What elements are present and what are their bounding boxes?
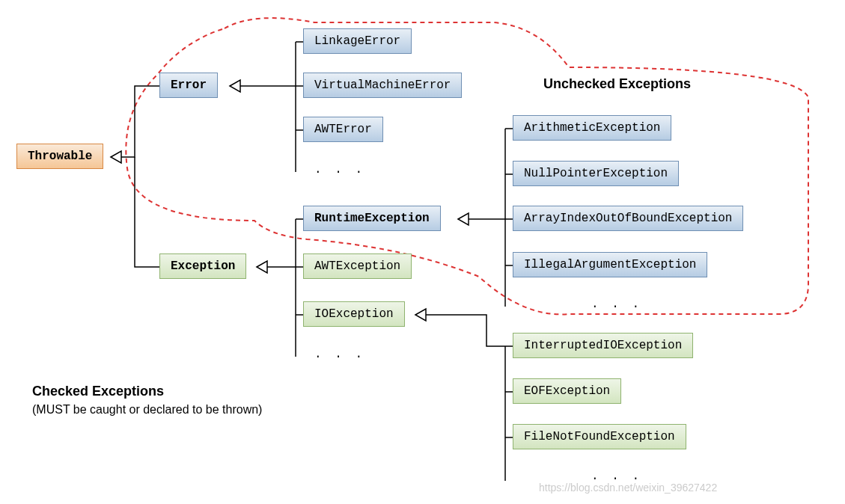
error-node: Error xyxy=(159,73,218,98)
arrow-io xyxy=(415,309,426,321)
exception-node: Exception xyxy=(159,253,246,279)
awt-error: AWTError xyxy=(303,117,383,142)
awt-exception: AWTException xyxy=(303,253,412,279)
error-ellipsis: . . . xyxy=(314,163,365,176)
io-exception: IOException xyxy=(303,301,405,327)
illegalarg-exception: IllegalArgumentException xyxy=(513,252,707,277)
runtime-exception: RuntimeException xyxy=(303,206,441,231)
checked-subtitle: (MUST be caught or declared to be thrown… xyxy=(32,403,262,417)
checked-title: Checked Exceptions xyxy=(32,384,164,399)
arrow-throwable xyxy=(111,151,121,163)
interrupted-io: InterruptedIOException xyxy=(513,333,693,358)
arrow-exception xyxy=(257,261,267,273)
arrayindex-exception: ArrayIndexOutOfBoundException xyxy=(513,206,743,231)
arrow-runtime xyxy=(458,213,469,225)
unchecked-label: Unchecked Exceptions xyxy=(543,76,691,92)
filenotfound-exception: FileNotFoundException xyxy=(513,424,686,449)
watermark: https://blog.csdn.net/weixin_39627422 xyxy=(539,482,717,494)
eof-exception: EOFException xyxy=(513,378,621,404)
arithmetic-exception: ArithmeticException xyxy=(513,115,671,141)
arrow-error xyxy=(230,80,240,92)
linkage-error: LinkageError xyxy=(303,28,412,54)
nullpointer-exception: NullPointerException xyxy=(513,161,679,186)
runtime-ellipsis: . . . xyxy=(591,298,642,311)
throwable-node: Throwable xyxy=(16,144,103,169)
vm-error: VirtualMachineError xyxy=(303,73,462,98)
checked-ellipsis: . . . xyxy=(314,348,365,361)
